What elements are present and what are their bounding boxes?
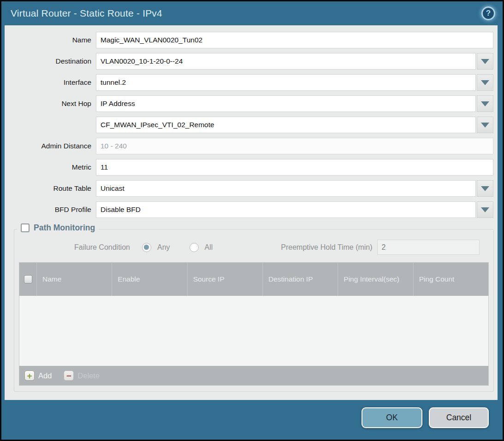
name-input[interactable] — [96, 32, 493, 48]
path-monitoring-checkbox[interactable] — [21, 223, 30, 232]
dialog-content: Name Destination Interface — [5, 25, 498, 400]
chevron-down-icon — [481, 59, 489, 64]
destination-input[interactable] — [96, 53, 476, 70]
path-monitoring-legend: Path Monitoring — [17, 223, 99, 233]
chevron-down-icon — [481, 123, 489, 128]
next-hop-address-dropdown-button[interactable] — [477, 117, 493, 133]
next-hop-type-dropdown-button[interactable] — [477, 95, 493, 112]
chevron-down-icon — [481, 186, 489, 191]
failure-condition-label: Failure Condition — [74, 243, 130, 252]
static-route-dialog: Virtual Router - Static Route - IPv4 ? N… — [0, 0, 504, 441]
form-row-next-hop: Next Hop — [5, 95, 493, 112]
column-header-ping-count[interactable]: Ping Count — [413, 263, 488, 296]
bfd-profile-input[interactable] — [96, 201, 476, 218]
chevron-down-icon — [481, 101, 489, 106]
form-row-admin-distance: Admin Distance — [5, 138, 493, 154]
radio-all-icon — [190, 243, 199, 252]
route-table-input[interactable] — [96, 180, 476, 197]
failure-condition-row: Failure Condition Any All Preemptive Hol… — [19, 240, 489, 255]
failure-condition-radio-group: Any All — [130, 243, 213, 252]
select-all-checkbox[interactable] — [24, 275, 32, 283]
admin-distance-input[interactable] — [96, 138, 493, 154]
radio-all-label: All — [205, 243, 213, 252]
help-glyph: ? — [486, 9, 491, 18]
help-icon[interactable]: ? — [481, 6, 495, 20]
column-header-source-ip[interactable]: Source IP — [187, 263, 262, 296]
ok-button[interactable]: OK — [362, 407, 422, 428]
column-header-enable[interactable]: Enable — [112, 263, 187, 296]
chevron-down-icon — [481, 80, 489, 85]
path-monitoring-title: Path Monitoring — [34, 223, 95, 233]
radio-all[interactable]: All — [190, 243, 213, 252]
column-header-ping-interval[interactable]: Ping Interval(sec) — [338, 263, 413, 296]
interface-dropdown-button[interactable] — [477, 74, 493, 91]
form-row-interface: Interface — [5, 74, 493, 91]
destination-label: Destination — [5, 57, 96, 65]
metric-input[interactable] — [96, 159, 493, 176]
table-footer-bar: + Add − Delete — [19, 366, 488, 385]
delete-button[interactable]: − Delete — [64, 370, 100, 381]
form-row-name: Name — [5, 32, 493, 48]
column-header-name[interactable]: Name — [36, 263, 112, 296]
plus-icon: + — [24, 370, 35, 381]
next-hop-type-input[interactable] — [96, 95, 476, 112]
admin-distance-label: Admin Distance — [5, 142, 96, 150]
radio-any[interactable]: Any — [142, 243, 170, 252]
column-header-destination-ip[interactable]: Destination IP — [262, 263, 338, 296]
form-row-route-table: Route Table — [5, 180, 493, 197]
minus-icon: − — [64, 370, 74, 381]
dialog-footer: OK Cancel — [1, 400, 503, 440]
path-monitoring-table: Name Enable Source IP Destination IP Pin… — [19, 262, 489, 386]
dialog-title: Virtual Router - Static Route - IPv4 — [11, 8, 162, 19]
route-table-dropdown-button[interactable] — [477, 180, 493, 197]
path-monitoring-section: Path Monitoring Failure Condition Any Al… — [14, 229, 494, 392]
form-row-bfd-profile: BFD Profile — [5, 201, 493, 218]
radio-any-icon — [142, 243, 151, 252]
destination-dropdown-button[interactable] — [477, 53, 493, 70]
bfd-profile-dropdown-button[interactable] — [477, 201, 493, 218]
bfd-profile-label: BFD Profile — [5, 206, 96, 214]
add-button[interactable]: + Add — [24, 370, 52, 381]
form-row-next-hop-address — [5, 117, 493, 133]
preemptive-hold-time-input[interactable] — [377, 240, 480, 255]
add-button-label: Add — [38, 371, 52, 380]
metric-label: Metric — [5, 163, 96, 171]
interface-label: Interface — [5, 78, 96, 87]
table-body-empty — [19, 296, 488, 366]
cancel-button[interactable]: Cancel — [429, 407, 489, 428]
interface-input[interactable] — [96, 74, 476, 91]
form-row-metric: Metric — [5, 159, 493, 176]
table-header-select — [19, 263, 36, 296]
preemptive-hold-time-label: Preemptive Hold Time (min) — [281, 243, 372, 252]
next-hop-label: Next Hop — [5, 100, 96, 108]
form-row-destination: Destination — [5, 53, 493, 70]
dialog-titlebar: Virtual Router - Static Route - IPv4 ? — [1, 1, 503, 25]
chevron-down-icon — [481, 207, 489, 212]
delete-button-label: Delete — [77, 371, 100, 380]
radio-any-label: Any — [157, 243, 170, 252]
table-header-row: Name Enable Source IP Destination IP Pin… — [19, 263, 488, 296]
name-label: Name — [5, 36, 96, 44]
route-table-label: Route Table — [5, 184, 96, 193]
next-hop-address-input[interactable] — [96, 117, 476, 133]
